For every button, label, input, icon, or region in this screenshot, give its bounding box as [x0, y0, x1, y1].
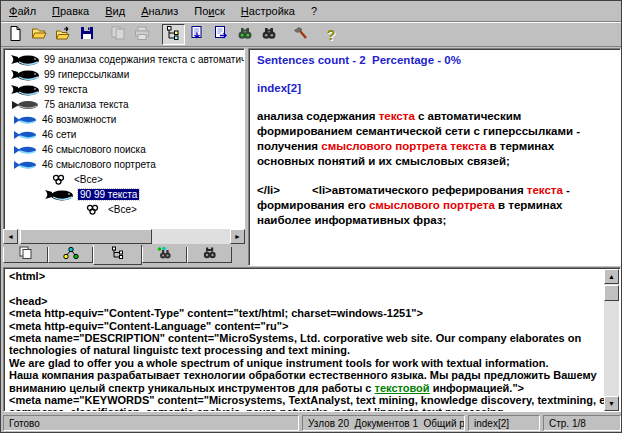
menu-view[interactable]: Вид: [97, 3, 133, 19]
tree-item-selected[interactable]: 90 99 текста: [4, 187, 244, 202]
doc-forward-button[interactable]: [210, 24, 233, 45]
search-docs-tab-icon: [202, 246, 218, 264]
tree-item-label: 99 гиперссылками: [44, 69, 129, 80]
tree-item[interactable]: 99 текста: [4, 82, 244, 97]
sentences-count-header: Sentences count - 2 Percentage - 0%: [257, 53, 614, 68]
fish-large-icon: [10, 99, 40, 111]
search-dark-button[interactable]: [258, 24, 281, 45]
fish-small-icon: [12, 130, 38, 140]
new-document-icon: [7, 25, 23, 44]
source-line: вниманию целый спектр уникальных инструм…: [9, 382, 616, 394]
concept-tree: 99 анализа содержания текста с автоматич…: [4, 49, 244, 217]
open-folder-icon: [31, 25, 47, 44]
whale-icon: [44, 188, 74, 201]
tree-horizontal-scrollbar[interactable]: ◄ ►: [3, 229, 245, 244]
tree-item-label: 46 смыслового портрета: [42, 159, 156, 170]
tree-item[interactable]: 46 сети: [4, 127, 244, 142]
tree-item-label: 46 сети: [42, 129, 76, 140]
tree-item[interactable]: 99 гиперссылками: [4, 67, 244, 82]
cluster-icon: [52, 174, 65, 185]
tools-icon: [292, 25, 308, 44]
source-line: technologies of natural linguistc text p…: [9, 344, 616, 356]
tree-tab-icon: [110, 246, 126, 264]
status-stats: Узлов 20 Документов 1 Общий размер 15.58…: [302, 415, 465, 431]
whale-icon: [10, 53, 40, 66]
doc-forward-icon: [213, 25, 229, 44]
tree-item[interactable]: 46 возможности: [4, 112, 244, 127]
status-index: index[2]: [468, 415, 540, 431]
toolbar: ?: [1, 22, 622, 47]
menu-edit[interactable]: Правка: [44, 3, 97, 19]
menu-help[interactable]: ?: [303, 3, 325, 19]
tree-item[interactable]: <Все>: [4, 172, 244, 187]
scroll-up-icon[interactable]: ▲: [604, 269, 619, 284]
analysis-result-panel[interactable]: Sentences count - 2 Percentage - 0% inde…: [248, 48, 621, 266]
menu-search[interactable]: Поиск: [186, 3, 233, 19]
save-icon: [79, 25, 95, 44]
scrollbar-thumb[interactable]: [20, 229, 152, 244]
import-folder-button[interactable]: [52, 24, 75, 45]
tree-item-label: 46 возможности: [42, 114, 116, 125]
doc-down-button[interactable]: [186, 24, 209, 45]
analysis-paragraph: анализа содержания текста с автоматическ…: [257, 109, 614, 169]
copy-icon: [110, 25, 126, 44]
tree-view-icon: [165, 25, 181, 44]
scroll-left-icon[interactable]: ◄: [3, 229, 18, 244]
tab-tree[interactable]: [93, 245, 142, 265]
tab-search-documents[interactable]: [187, 247, 232, 263]
tree-item-label: 99 текста: [44, 84, 87, 95]
tree-item[interactable]: 46 смыслового поиска: [4, 142, 244, 157]
menu-settings[interactable]: Настройка: [233, 3, 303, 19]
tree-item[interactable]: 75 анализа текста: [4, 97, 244, 112]
tree-item-label: 99 анализа содержания текста с автоматич…: [44, 54, 245, 65]
print-button[interactable]: [131, 24, 154, 45]
tab-search-results[interactable]: [142, 247, 187, 263]
scrollbar-thumb[interactable]: [604, 285, 619, 301]
tree-item[interactable]: 46 смыслового портрета: [4, 157, 244, 172]
source-line: commerce, classification, semantic analy…: [9, 406, 616, 412]
search-color-button[interactable]: [234, 24, 257, 45]
source-line: <meta http-equiv="Content-Language" cont…: [9, 320, 616, 332]
source-line: <meta http-equiv="Content-Type" content=…: [9, 307, 616, 319]
concept-tree-panel[interactable]: 99 анализа содержания текста с автоматич…: [3, 48, 245, 244]
view-tab-bar: [3, 245, 245, 266]
tree-item-label: 46 смыслового поиска: [42, 144, 146, 155]
index-label: index[2]: [257, 81, 614, 96]
html-source-text: <html> <head> <meta http-equiv="Content-…: [4, 268, 620, 412]
tree-item-label: <Все>: [74, 174, 103, 185]
status-page: Стр. 1/8: [543, 415, 621, 431]
fish-small-icon: [12, 160, 38, 170]
new-document-button[interactable]: [4, 24, 27, 45]
menu-analysis[interactable]: Анализ: [133, 3, 186, 19]
source-vertical-scrollbar[interactable]: ▲ ▼: [604, 269, 619, 411]
source-line: <html>: [9, 270, 616, 282]
cluster-icon: [86, 204, 99, 215]
search-dark-icon: [261, 25, 277, 44]
tree-item-label: 75 анализа текста: [44, 99, 128, 110]
whale-icon: [10, 68, 40, 81]
tree-item[interactable]: 99 анализа содержания текста с автоматич…: [4, 52, 244, 67]
tab-documents[interactable]: [3, 247, 48, 263]
analysis-paragraph: </li> <li>автоматического реферирования …: [257, 183, 614, 228]
help-button[interactable]: ?: [320, 24, 343, 45]
application-window: Файл Правка Вид Анализ Поиск Настройка ?…: [0, 0, 622, 433]
open-folder-button[interactable]: [28, 24, 51, 45]
fish-small-icon: [12, 115, 38, 125]
html-source-panel[interactable]: <html> <head> <meta http-equiv="Content-…: [3, 267, 621, 412]
save-button[interactable]: [76, 24, 99, 45]
copy-button[interactable]: [107, 24, 130, 45]
scroll-down-icon[interactable]: ▼: [604, 396, 619, 411]
tree-view-button[interactable]: [162, 24, 185, 45]
tree-item[interactable]: <Все>: [4, 202, 244, 217]
tools-button[interactable]: [289, 24, 312, 45]
network-tab-icon: [62, 246, 80, 264]
doc-down-icon: [189, 25, 205, 44]
tab-network[interactable]: [48, 247, 93, 263]
tree-item-label: <Все>: [108, 204, 137, 215]
whale-icon: [10, 83, 40, 96]
source-line: Наша компания разрабатывает технологии о…: [9, 369, 616, 381]
menu-file[interactable]: Файл: [1, 3, 44, 19]
import-folder-icon: [55, 25, 71, 44]
scroll-right-icon[interactable]: ►: [230, 229, 245, 244]
search-results-tab-icon: [156, 246, 174, 264]
